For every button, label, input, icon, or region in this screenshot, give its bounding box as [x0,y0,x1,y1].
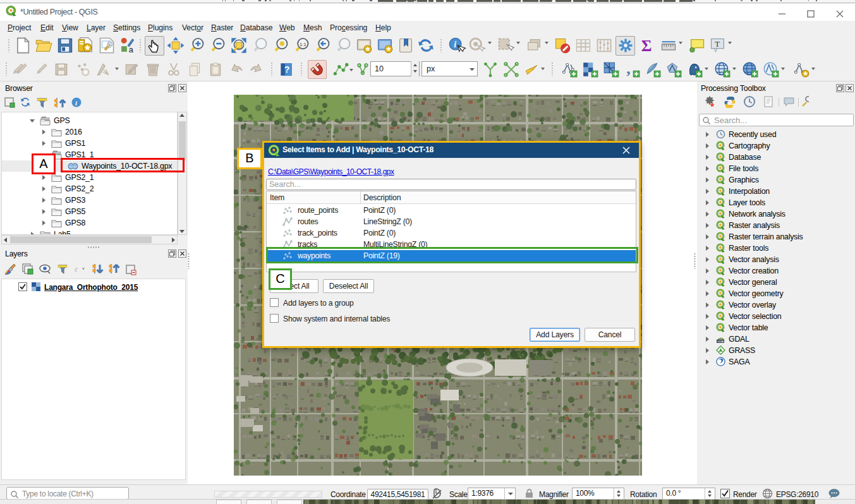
svg-text:ε: ε [75,264,78,273]
svg-text:1:1: 1:1 [300,42,306,47]
svg-text:?: ? [284,64,290,75]
svg-text:GDAL: GDAL [717,340,725,343]
svg-text:T: T [715,40,720,49]
svg-text:Σ: Σ [641,37,652,54]
svg-text:i: i [454,40,456,49]
svg-text:,: , [626,61,631,78]
